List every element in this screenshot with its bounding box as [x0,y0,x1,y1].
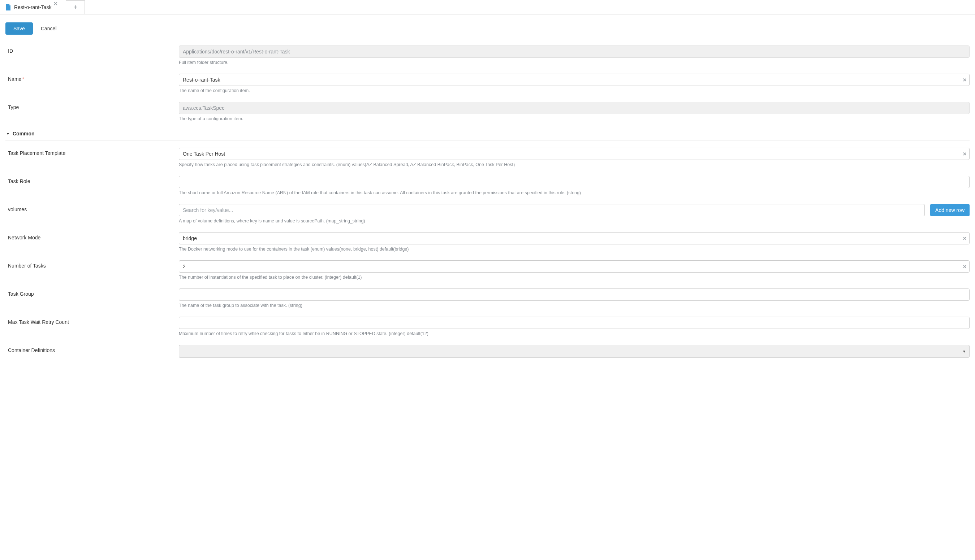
hint-num-tasks: The number of instantiations of the spec… [179,275,970,280]
hint-type: The type of a configuration item. [179,116,970,121]
section-common-title: Common [13,131,35,137]
name-input[interactable] [179,74,970,86]
hint-name: The name of the configuration item. [179,88,970,93]
row-type: Type The type of a configuration item. [5,102,970,121]
tab-title: Rest-o-rant-Task [14,4,51,10]
container-defs-select[interactable] [179,345,970,358]
section-common-header[interactable]: ▾ Common [5,130,970,140]
label-task-role: Task Role [5,176,179,184]
row-task-role: Task Role The short name or full Amazon … [5,176,970,195]
row-id: ID Full item folder structure. [5,45,970,65]
hint-max-retry: Maximum number of times to retry while c… [179,331,970,336]
hint-task-placement: Specify how tasks are placed using task … [179,162,970,167]
row-task-placement: Task Placement Template ✕ Specify how ta… [5,148,970,167]
add-new-row-button[interactable]: Add new row [930,204,970,216]
clear-icon[interactable]: ✕ [963,236,967,241]
label-id: ID [5,45,179,54]
row-max-retry: Max Task Wait Retry Count Maximum number… [5,317,970,336]
required-star-icon: * [22,76,24,82]
row-task-group: Task Group The name of the task group to… [5,288,970,308]
cancel-link[interactable]: Cancel [41,26,57,32]
label-container-defs: Container Definitions [5,345,179,353]
tab-bar: Rest-o-rant-Task ✕ + [0,0,975,15]
num-tasks-input[interactable] [179,260,970,273]
document-icon [5,4,11,10]
id-input [179,45,970,58]
label-task-group: Task Group [5,288,179,297]
network-mode-input[interactable] [179,232,970,245]
row-volumes: volumes Add new row A map of volume defi… [5,204,970,223]
row-container-defs: Container Definitions [5,345,970,358]
close-icon[interactable]: ✕ [53,1,58,7]
action-bar: Save Cancel [0,15,975,35]
label-type: Type [5,102,179,110]
form: ID Full item folder structure. Name* ✕ T… [0,35,975,358]
hint-id: Full item folder structure. [179,60,970,65]
label-task-placement: Task Placement Template [5,148,179,156]
row-name: Name* ✕ The name of the configuration it… [5,74,970,93]
tab-rest-o-rant-task[interactable]: Rest-o-rant-Task ✕ [5,0,57,14]
task-placement-input[interactable] [179,148,970,160]
hint-task-group: The name of the task group to associate … [179,303,970,308]
label-name: Name* [5,74,179,82]
add-tab-button[interactable]: + [66,0,85,14]
task-role-input[interactable] [179,176,970,188]
task-group-input[interactable] [179,288,970,301]
hint-network-mode: The Docker networking mode to use for th… [179,247,970,252]
row-network-mode: Network Mode ✕ The Docker networking mod… [5,232,970,252]
max-retry-input[interactable] [179,317,970,329]
label-num-tasks: Number of Tasks [5,260,179,268]
clear-icon[interactable]: ✕ [963,264,967,269]
clear-icon[interactable]: ✕ [963,77,967,83]
type-input [179,102,970,114]
label-volumes: volumes [5,204,179,212]
clear-icon[interactable]: ✕ [963,151,967,157]
volumes-search-input[interactable] [179,204,925,216]
chevron-down-icon: ▾ [7,131,9,136]
label-max-retry: Max Task Wait Retry Count [5,317,179,325]
label-name-text: Name [8,76,21,82]
row-num-tasks: Number of Tasks ✕ The number of instanti… [5,260,970,280]
hint-task-role: The short name or full Amazon Resource N… [179,190,970,195]
hint-volumes: A map of volume definitions, where key i… [179,218,970,223]
save-button[interactable]: Save [5,22,33,35]
label-network-mode: Network Mode [5,232,179,240]
